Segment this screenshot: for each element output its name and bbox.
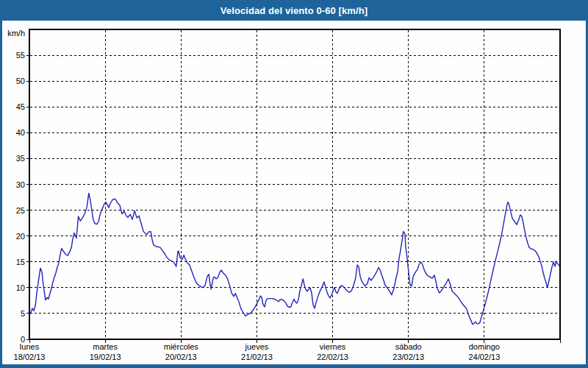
y-tick-label: 20 bbox=[0, 231, 25, 241]
x-day-label: lunes18/02/13 bbox=[14, 342, 46, 362]
day-name: martes bbox=[90, 342, 121, 352]
day-name: viernes bbox=[317, 342, 348, 352]
x-day-label: jueves21/02/13 bbox=[241, 342, 273, 362]
day-date: 22/02/13 bbox=[317, 352, 348, 362]
day-name: jueves bbox=[241, 342, 273, 352]
wind-speed-chart-window: Velocidad del viento 0-60 [km/h] km/h 05… bbox=[0, 0, 588, 368]
day-date: 23/02/13 bbox=[392, 352, 424, 362]
day-name: domingo bbox=[468, 342, 500, 352]
day-date: 21/02/13 bbox=[241, 352, 273, 362]
x-day-label: viernes22/02/13 bbox=[317, 342, 348, 362]
y-tick-label: 35 bbox=[0, 153, 25, 163]
day-date: 19/02/13 bbox=[90, 352, 121, 362]
y-tick-label: 30 bbox=[0, 180, 25, 190]
y-tick-label: 50 bbox=[0, 76, 25, 86]
y-tick-label: 15 bbox=[0, 257, 25, 267]
x-day-label: domingo24/02/13 bbox=[468, 342, 500, 362]
y-tick-label: 5 bbox=[0, 308, 25, 319]
y-tick-label: 10 bbox=[0, 283, 25, 293]
x-day-label: miércoles20/02/13 bbox=[164, 342, 198, 362]
x-day-label: martes19/02/13 bbox=[90, 342, 121, 362]
wind-speed-plot bbox=[0, 0, 588, 368]
day-name: miércoles bbox=[164, 342, 198, 352]
day-date: 18/02/13 bbox=[14, 352, 46, 362]
y-tick-label: 45 bbox=[0, 102, 25, 112]
day-name: lunes bbox=[14, 342, 46, 352]
day-date: 20/02/13 bbox=[164, 352, 198, 362]
y-tick-label: 40 bbox=[0, 127, 25, 138]
day-date: 24/02/13 bbox=[468, 352, 500, 362]
y-tick-label: 55 bbox=[0, 50, 25, 60]
y-tick-label: 25 bbox=[0, 205, 25, 216]
y-axis-unit-label: km/h bbox=[0, 29, 25, 38]
x-day-label: sábado23/02/13 bbox=[392, 342, 424, 362]
day-name: sábado bbox=[392, 342, 424, 352]
